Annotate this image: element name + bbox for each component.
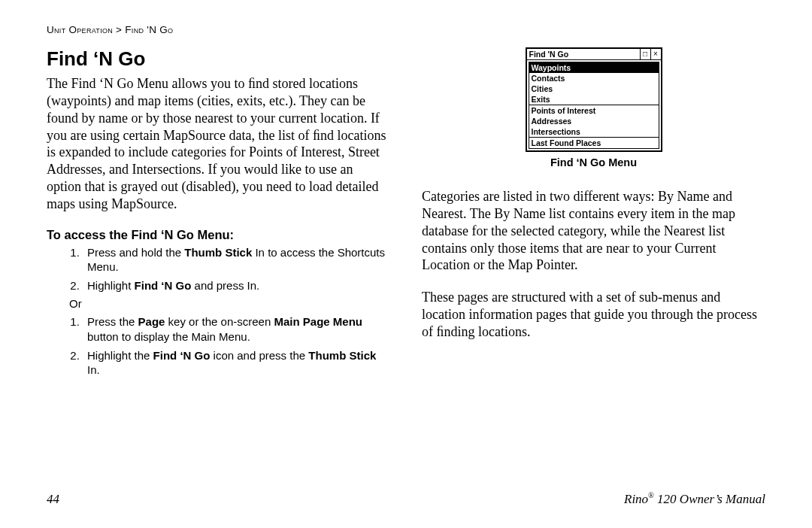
menu-item-addresses: Addresses: [529, 116, 659, 126]
text: icon and press the: [210, 349, 308, 362]
screenshot-figure: Find 'N Go □ × Waypoints Contacts Cities…: [422, 47, 765, 168]
window-close-icon: ×: [650, 49, 661, 59]
window-title: Find 'N Go: [527, 50, 640, 59]
text: Press the: [87, 315, 138, 328]
bold-thumb-stick: Thumb Stick: [184, 246, 252, 259]
access-heading: To access the Find ‘N Go Menu:: [47, 228, 390, 242]
menu-item-intersections: Intersections: [529, 126, 659, 137]
breadcrumb: Unit Operation > Find 'N Go: [47, 24, 765, 35]
right-paragraph-1: Categories are listed in two different w…: [422, 188, 765, 274]
bold-find-n-go: Find ‘N Go: [153, 349, 211, 362]
manual-title: Rino® 120 Owner’s Manual: [624, 491, 765, 507]
menu-item-waypoints: Waypoints: [529, 62, 659, 73]
bold-page-key: Page: [138, 315, 165, 328]
registered-icon: ®: [648, 491, 654, 499]
menu-panel: Waypoints Contacts Cities Exits Points o…: [529, 62, 659, 149]
steps-list-a: Press and hold the Thumb Stick In to acc…: [47, 245, 390, 293]
window-minimize-icon: □: [640, 49, 650, 59]
text: and press In.: [191, 279, 259, 292]
steps-list-b: Press the Page key or the on-screen Main…: [47, 314, 390, 377]
find-n-go-window: Find 'N Go □ × Waypoints Contacts Cities…: [526, 47, 662, 152]
content-columns: Find ‘N Go The Find ‘N Go Menu allows yo…: [47, 47, 765, 485]
text: Press and hold the: [87, 246, 184, 259]
window-body: Waypoints Contacts Cities Exits Points o…: [527, 60, 661, 150]
right-column: Find 'N Go □ × Waypoints Contacts Cities…: [422, 47, 765, 485]
bold-main-page-menu: Main Page Menu: [274, 315, 362, 328]
menu-item-poi: Points of Interest: [529, 105, 659, 116]
right-paragraph-2: These pages are structured with a set of…: [422, 289, 765, 341]
text: Highlight the: [87, 349, 153, 362]
text: button to display the Main Menu.: [87, 330, 250, 343]
bold-thumb-stick: Thumb Stick: [308, 349, 376, 362]
text: key or the on-screen: [165, 315, 274, 328]
text: 120 Owner’s Manual: [654, 492, 765, 506]
menu-item-cities: Cities: [529, 83, 659, 94]
page-title: Find ‘N Go: [47, 47, 390, 71]
text: In.: [87, 363, 100, 376]
figure-caption: Find ‘N Go Menu: [550, 156, 637, 168]
text: Highlight: [87, 279, 135, 292]
window-titlebar: Find 'N Go □ ×: [527, 49, 661, 60]
step-b2: Highlight the Find ‘N Go icon and press …: [83, 348, 390, 377]
bold-find-n-go: Find ‘N Go: [135, 279, 192, 292]
intro-paragraph: The Find ‘N Go Menu allows you to ﬁnd st…: [47, 75, 390, 213]
text: Rino: [624, 492, 648, 506]
step-a2: Highlight Find ‘N Go and press In.: [83, 278, 390, 293]
menu-item-last-found: Last Found Places: [529, 138, 659, 148]
left-column: Find ‘N Go The Find ‘N Go Menu allows yo…: [47, 47, 390, 485]
step-b1: Press the Page key or the on-screen Main…: [83, 314, 390, 343]
menu-item-exits: Exits: [529, 94, 659, 105]
manual-page: Unit Operation > Find 'N Go Find ‘N Go T…: [0, 0, 812, 528]
page-number: 44: [47, 492, 59, 507]
page-footer: 44 Rino® 120 Owner’s Manual: [47, 491, 765, 507]
or-separator: Or: [69, 297, 390, 310]
step-a1: Press and hold the Thumb Stick In to acc…: [83, 245, 390, 274]
menu-item-contacts: Contacts: [529, 73, 659, 83]
